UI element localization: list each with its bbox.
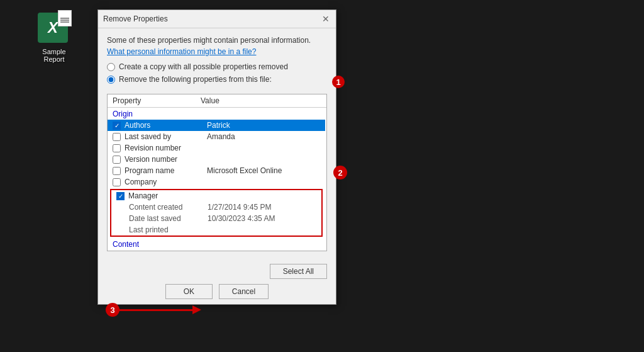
option2-row: Remove the following properties from thi…	[107, 75, 272, 84]
dialog-close-button[interactable]: ✕	[321, 14, 331, 24]
table-row[interactable]: Version number	[108, 154, 325, 165]
table-row[interactable]: Revision number	[108, 142, 325, 154]
excel-page-icon	[58, 10, 72, 26]
table-row[interactable]: ✓ Manager	[111, 190, 321, 202]
info-link[interactable]: What personal information might be in a …	[107, 47, 327, 56]
step3-arrow	[119, 309, 195, 311]
table-row[interactable]: Last saved by Amanda	[108, 131, 325, 142]
version-name: Version number	[125, 155, 203, 164]
option1-label: Create a copy with all possible properti…	[119, 62, 288, 71]
content-created-label: Content created	[129, 203, 208, 212]
excel-file-icon	[38, 13, 68, 43]
group-content: Content	[108, 238, 325, 250]
authors-name: Authors	[125, 121, 203, 130]
select-all-button[interactable]: Select All	[270, 264, 327, 279]
date-last-saved-label: Date last saved	[129, 214, 208, 223]
properties-container-wrapper: Property Value Origin ✓ Authors Patrick	[107, 94, 327, 251]
table-row[interactable]: Company	[108, 176, 325, 188]
date-last-saved-row: Date last saved 10/30/2023 4:35 AM	[111, 213, 321, 224]
dialog-titlebar: Remove Properties ✕	[98, 10, 336, 28]
manager-section: ✓ Manager Content created 1/27/2014 9:45…	[110, 189, 323, 237]
revision-name: Revision number	[125, 144, 203, 152]
icon-label: Sample Report	[42, 48, 65, 63]
table-row[interactable]: Program name Microsoft Excel Online	[108, 165, 325, 176]
option1-radio[interactable]	[107, 63, 115, 71]
manager-checkbox[interactable]: ✓	[116, 192, 125, 200]
info-text: Some of these properties might contain p…	[107, 36, 327, 45]
last-printed-label: Last printed	[129, 225, 208, 234]
content-created-value: 1/27/2014 9:45 PM	[208, 203, 271, 212]
table-row[interactable]: ✓ Authors Patrick	[108, 120, 325, 131]
group-origin: Origin	[108, 108, 325, 120]
last-printed-row: Last printed	[111, 224, 321, 236]
date-last-saved-value: 10/30/2023 4:35 AM	[208, 214, 275, 223]
ok-button[interactable]: OK	[165, 284, 213, 299]
step3-badge: 3	[106, 303, 119, 317]
last-saved-name: Last saved by	[125, 132, 203, 141]
program-name-value: Microsoft Excel Online	[207, 166, 282, 175]
table-row[interactable]: Content status	[108, 250, 325, 251]
option2-label: Remove the following properties from thi…	[119, 75, 272, 84]
step1-badge: 1	[332, 76, 345, 88]
cancel-button[interactable]: Cancel	[219, 284, 269, 299]
desktop-icon[interactable]: Sample Report	[38, 13, 70, 63]
properties-table: Property Value Origin ✓ Authors Patrick	[107, 94, 327, 251]
col-property-header: Property	[113, 96, 201, 105]
company-checkbox[interactable]	[113, 178, 121, 186]
revision-checkbox[interactable]	[113, 144, 121, 152]
company-name: Company	[125, 178, 203, 186]
program-name-label: Program name	[125, 166, 203, 175]
option2-radio[interactable]	[107, 76, 115, 84]
last-saved-checkbox[interactable]	[113, 133, 121, 141]
last-saved-value: Amanda	[207, 132, 235, 141]
button-row: OK Cancel	[107, 284, 327, 299]
properties-list: Origin ✓ Authors Patrick Last saved by A…	[108, 108, 326, 251]
content-created-row: Content created 1/27/2014 9:45 PM	[111, 202, 321, 213]
step3-annotation: 3	[106, 303, 195, 317]
select-all-row: Select All	[107, 264, 327, 279]
properties-scroll[interactable]: Origin ✓ Authors Patrick Last saved by A…	[108, 108, 326, 251]
step2-badge: 2	[333, 166, 347, 179]
dialog-title: Remove Properties	[103, 14, 168, 23]
manager-name: Manager	[128, 191, 207, 200]
properties-header: Property Value	[108, 94, 326, 108]
remove-properties-dialog: Remove Properties ✕ Some of these proper…	[97, 9, 336, 305]
authors-value: Patrick	[207, 121, 230, 130]
authors-checkbox[interactable]: ✓	[113, 122, 121, 130]
dialog-body: Some of these properties might contain p…	[98, 28, 336, 259]
dialog-footer: Select All OK Cancel	[98, 259, 336, 304]
option1-row: Create a copy with all possible properti…	[107, 62, 327, 71]
program-name-checkbox[interactable]	[113, 167, 121, 175]
version-checkbox[interactable]	[113, 156, 121, 164]
col-value-header: Value	[201, 96, 219, 105]
